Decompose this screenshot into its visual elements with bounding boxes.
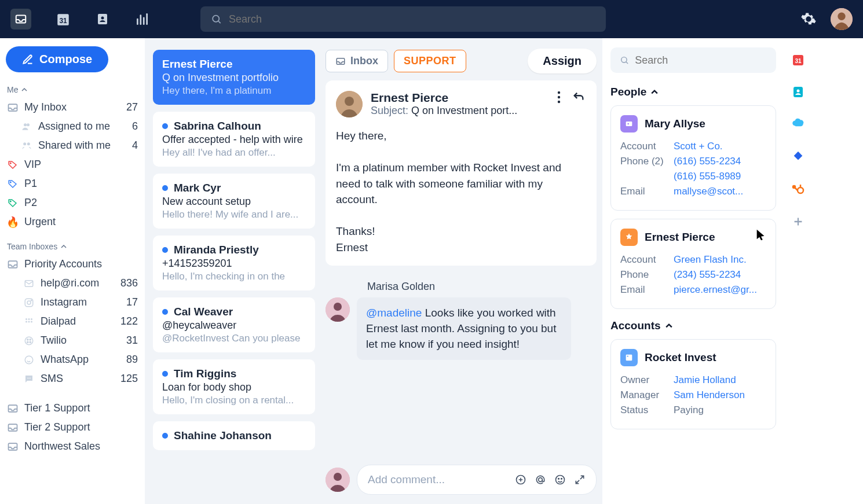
sidebar-tag-p2[interactable]: P2 <box>5 193 140 212</box>
svg-point-34 <box>28 377 30 378</box>
section-team-inboxes[interactable]: Team Inboxes <box>5 238 140 255</box>
expand-icon[interactable] <box>574 474 586 485</box>
inbox-icon <box>7 422 19 433</box>
svg-point-15 <box>10 201 12 202</box>
rail-hubspot-icon[interactable] <box>791 182 806 197</box>
nav-analytics-icon[interactable] <box>134 12 149 27</box>
sidebar-instagram[interactable]: Instagram17 <box>5 293 140 312</box>
sidebar-tag-vip[interactable]: VIP <box>5 155 140 174</box>
field-value[interactable]: Paying <box>674 404 704 416</box>
rail-salesforce-icon[interactable] <box>791 117 806 132</box>
field-value[interactable]: (234) 555-2234 <box>674 269 741 281</box>
sidebar-my-inbox[interactable]: My Inbox27 <box>5 98 140 117</box>
rail-add-icon[interactable] <box>791 214 806 229</box>
sidebar-whatsapp[interactable]: WhatsApp89 <box>5 350 140 369</box>
conv-preview: Hey there, I'm a platinum <box>162 85 306 97</box>
sidebar-tag-p1[interactable]: P1 <box>5 174 140 193</box>
svg-point-50 <box>539 478 543 482</box>
svg-rect-57 <box>626 355 632 361</box>
sidebar-northwest[interactable]: Northwest Sales <box>5 437 140 456</box>
conversation-card[interactable]: Shahine Johanson <box>153 421 315 450</box>
detail-toolbar: Inbox SUPPORT Assign <box>326 49 597 73</box>
reply-icon[interactable] <box>571 91 586 104</box>
conv-name: Cal Weaver <box>174 306 233 318</box>
field-value[interactable]: (616) 555-2234 <box>674 156 741 167</box>
conversation-card[interactable]: Tim RigginsLoan for body shopHello, I'm … <box>153 359 315 414</box>
main: Compose Me My Inbox27 Assigned to me6 Sh… <box>0 38 863 504</box>
person-card[interactable]: Mary AllyseAccountScott + Co.Phone (2)(6… <box>610 105 776 211</box>
sidebar-tier2[interactable]: Tier 2 Support <box>5 418 140 437</box>
more-icon[interactable] <box>557 91 561 104</box>
nav-inbox-icon[interactable] <box>10 9 31 30</box>
unread-dot <box>162 309 168 315</box>
field-value[interactable]: pierce.ernest@gr... <box>674 284 757 296</box>
svg-point-64 <box>793 186 795 188</box>
compose-button[interactable]: Compose <box>6 46 108 72</box>
assign-button[interactable]: Assign <box>528 49 597 73</box>
svg-point-19 <box>27 301 31 304</box>
compose-icon <box>22 54 34 65</box>
accounts-section[interactable]: Accounts <box>610 319 776 332</box>
search-icon <box>211 13 222 25</box>
field-value[interactable]: (616) 555-8989 <box>674 171 741 182</box>
conversation-list: Ernest PierceQ on Investment portfolioHe… <box>145 38 319 504</box>
people-section[interactable]: People <box>610 86 776 98</box>
global-search[interactable] <box>200 6 606 32</box>
section-me[interactable]: Me <box>5 82 140 98</box>
user-avatar[interactable] <box>831 8 853 30</box>
global-search-input[interactable] <box>229 13 595 25</box>
field-value[interactable]: Green Flash Inc. <box>674 254 747 266</box>
settings-icon[interactable] <box>800 11 817 27</box>
panel-search[interactable] <box>610 47 776 73</box>
card-field: Emailmallyse@scot... <box>620 186 766 197</box>
sidebar-sms[interactable]: SMS125 <box>5 369 140 388</box>
svg-point-7 <box>838 13 845 20</box>
conv-subject: +14152359201 <box>162 257 306 270</box>
field-value[interactable]: mallyse@scot... <box>674 186 743 197</box>
card-badge-icon <box>620 115 638 133</box>
conversation-card[interactable]: Sabrina CalhounOffer accepted - help wit… <box>153 112 315 167</box>
svg-point-35 <box>30 377 31 378</box>
add-icon[interactable] <box>515 474 526 485</box>
sidebar-tag-urgent[interactable]: 🔥 Urgent <box>5 212 140 231</box>
field-key: Owner <box>620 374 674 386</box>
svg-point-10 <box>27 123 30 126</box>
card-field: OwnerJamie Holland <box>620 374 766 386</box>
sidebar: Compose Me My Inbox27 Assigned to me6 Sh… <box>0 38 145 504</box>
svg-point-63 <box>798 187 803 193</box>
rail-contacts-icon[interactable] <box>791 84 806 100</box>
conversation-card[interactable]: Cal Weaver@heycalweaver@RocketInvest Can… <box>153 297 315 352</box>
conversation-card[interactable]: Ernest PierceQ on Investment portfolioHe… <box>153 50 315 105</box>
sidebar-help-email[interactable]: help@ri.com836 <box>5 274 140 293</box>
comment-input[interactable]: Add comment... <box>357 465 597 495</box>
inbox-icon <box>7 102 19 113</box>
inbox-dropdown[interactable]: Inbox <box>326 50 388 72</box>
shared-icon <box>21 140 32 152</box>
conversation-card[interactable]: Miranda Priestly+14152359201Hello, I'm c… <box>153 236 315 290</box>
sidebar-tier1[interactable]: Tier 1 Support <box>5 399 140 418</box>
field-value[interactable]: Scott + Co. <box>674 141 723 152</box>
field-value[interactable]: Jamie Holland <box>674 374 736 386</box>
person-card[interactable]: Ernest PierceAccountGreen Flash Inc.Phon… <box>610 219 776 309</box>
sidebar-assigned-to-me[interactable]: Assigned to me6 <box>5 117 140 136</box>
rail-calendar-icon[interactable]: 31 <box>791 52 806 67</box>
sidebar-priority-accounts[interactable]: Priority Accounts <box>5 255 140 274</box>
nav-contacts-icon[interactable] <box>95 12 110 27</box>
svg-text:31: 31 <box>59 17 67 25</box>
panel-search-input[interactable] <box>635 54 767 67</box>
sidebar-dialpad[interactable]: Dialpad122 <box>5 312 140 331</box>
support-tag[interactable]: SUPPORT <box>394 50 466 72</box>
emoji-icon[interactable] <box>554 474 566 485</box>
svg-point-22 <box>28 318 30 320</box>
nav-calendar-icon[interactable]: 31 <box>56 12 71 27</box>
sidebar-twilio[interactable]: Twilio31 <box>5 331 140 350</box>
field-value[interactable]: Sam Henderson <box>674 389 745 401</box>
sidebar-shared-with-me[interactable]: Shared with me4 <box>5 136 140 155</box>
account-card[interactable]: Rocket InvestOwnerJamie HollandManagerSa… <box>610 339 776 429</box>
svg-point-51 <box>556 476 565 484</box>
conversation-card[interactable]: Mark CyrNew account setupHello there! My… <box>153 174 315 229</box>
thread-comment: @madeline Looks like you worked with Ern… <box>326 297 597 360</box>
field-key: Email <box>620 284 674 296</box>
mention-icon[interactable] <box>535 474 546 485</box>
rail-jira-icon[interactable] <box>791 149 806 164</box>
